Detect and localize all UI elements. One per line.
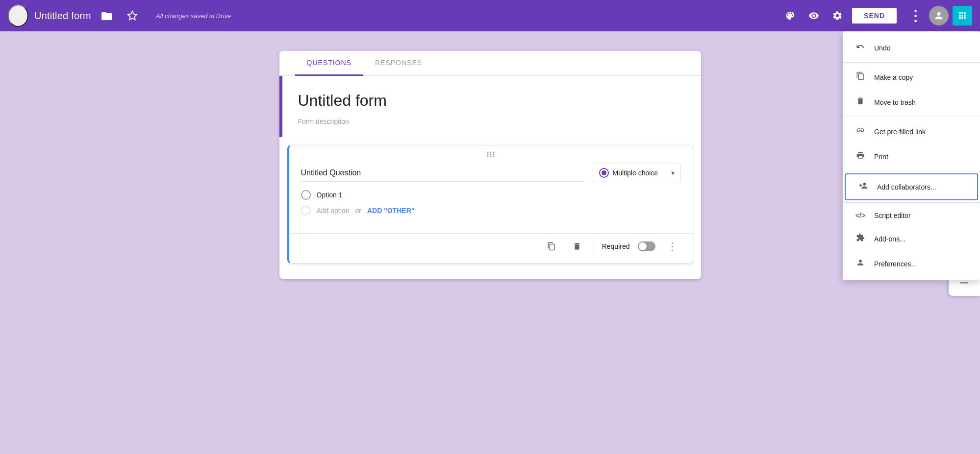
add-option-label[interactable]: Add option	[317, 207, 350, 215]
form-description: Form description	[298, 118, 685, 125]
drag-handle[interactable]	[289, 145, 693, 164]
saved-status: All changes saved in Drive	[156, 12, 231, 20]
mc-icon-inner	[602, 170, 606, 175]
chevron-down-icon: ▾	[671, 169, 675, 177]
add-option-or: or	[355, 207, 361, 215]
svg-point-7	[487, 156, 489, 157]
add-ons-label: Add-ons...	[874, 235, 905, 243]
multiple-choice-icon	[599, 168, 609, 178]
back-button[interactable]: ←	[8, 4, 28, 27]
app-header: ← Untitled form All changes saved in Dri…	[0, 0, 980, 31]
make-copy-label: Make a copy	[874, 73, 913, 81]
add-option-row: Add option or ADD "OTHER"	[301, 206, 681, 215]
menu-item-move-to-trash[interactable]: Move to trash	[843, 90, 980, 115]
menu-item-add-ons[interactable]: Add-ons...	[843, 226, 980, 251]
required-toggle[interactable]	[638, 241, 655, 251]
more-menu-button[interactable]: ⋮	[905, 6, 925, 25]
folder-button[interactable]	[97, 6, 117, 25]
undo-icon	[854, 42, 866, 53]
palette-button[interactable]	[780, 6, 800, 25]
svg-point-4	[487, 154, 489, 155]
star-button[interactable]	[123, 6, 142, 25]
form-tabs: QUESTIONS RESPONSES	[279, 51, 701, 76]
option-label-1: Option 1	[317, 191, 343, 199]
copy-icon	[854, 72, 866, 83]
question-more-button[interactable]: ⋮	[663, 238, 681, 255]
menu-item-preferences[interactable]: Preferences...	[843, 251, 980, 276]
option-row-1: Option 1	[301, 190, 681, 200]
form-title-header: Untitled form	[34, 10, 91, 22]
svg-point-1	[487, 152, 489, 153]
question-type-selector[interactable]: Multiple choice ▾	[593, 164, 681, 182]
svg-point-3	[493, 152, 495, 153]
question-body: Multiple choice ▾ Option 1 Add option or…	[289, 164, 693, 229]
delete-question-button[interactable]	[568, 238, 586, 255]
required-label: Required	[602, 242, 630, 250]
tab-responses[interactable]: RESPONSES	[363, 51, 434, 76]
settings-button[interactable]	[828, 6, 847, 25]
main-content: QUESTIONS RESPONSES Untitled form Form d…	[0, 31, 980, 454]
copy-question-button[interactable]	[543, 238, 560, 255]
form-header-section: Untitled form Form description	[279, 76, 701, 137]
question-title-input[interactable]	[301, 165, 585, 182]
menu-item-prefilled-link[interactable]: Get pre-filled link	[843, 119, 980, 144]
question-footer: Required ⋮	[289, 233, 693, 263]
radio-circle-add	[301, 206, 311, 215]
question-type-label: Multiple choice	[613, 169, 658, 177]
menu-item-undo[interactable]: Undo	[843, 35, 980, 60]
preferences-label: Preferences...	[874, 260, 917, 268]
menu-item-print[interactable]: Print	[843, 144, 980, 169]
print-icon	[854, 151, 866, 162]
svg-point-9	[493, 156, 495, 157]
print-label: Print	[874, 153, 888, 161]
questions-container: Multiple choice ▾ Option 1 Add option or…	[279, 145, 701, 279]
svg-point-6	[493, 154, 495, 155]
menu-item-make-copy[interactable]: Make a copy	[843, 65, 980, 90]
svg-marker-0	[128, 11, 137, 20]
google-apps-button[interactable]	[953, 6, 972, 25]
menu-divider-4	[843, 202, 980, 203]
form-card: QUESTIONS RESPONSES Untitled form Form d…	[279, 51, 701, 279]
menu-divider-1	[843, 62, 980, 63]
add-collaborators-label: Add collaborators...	[877, 183, 936, 191]
move-to-trash-label: Move to trash	[874, 98, 916, 106]
svg-point-2	[490, 152, 492, 153]
preview-button[interactable]	[804, 6, 824, 25]
menu-divider-2	[843, 117, 980, 117]
question-card: Multiple choice ▾ Option 1 Add option or…	[287, 145, 693, 263]
addons-icon	[854, 233, 866, 244]
avatar-button[interactable]	[929, 6, 949, 25]
script-editor-label: Script editor	[874, 212, 911, 219]
question-row: Multiple choice ▾	[301, 164, 681, 182]
trash-icon	[854, 96, 866, 108]
radio-circle-1	[301, 190, 311, 200]
header-left: ← Untitled form All changes saved in Dri…	[8, 4, 780, 27]
form-title: Untitled form	[298, 92, 685, 110]
svg-point-8	[490, 156, 492, 157]
dropdown-menu: Undo Make a copy Move to trash Get pre-f…	[843, 31, 980, 280]
add-other-link[interactable]: ADD "OTHER"	[367, 207, 415, 215]
collaborators-icon	[857, 181, 869, 192]
menu-item-add-collaborators[interactable]: Add collaborators...	[845, 173, 978, 200]
tab-questions[interactable]: QUESTIONS	[295, 51, 363, 76]
link-icon	[854, 126, 866, 137]
toggle-knob	[639, 242, 647, 250]
send-button[interactable]: SEND	[851, 7, 898, 24]
preferences-icon	[854, 258, 866, 269]
svg-point-5	[490, 154, 492, 155]
header-right: SEND ⋮	[780, 6, 972, 25]
script-icon: </>	[854, 212, 866, 219]
menu-divider-3	[843, 171, 980, 171]
undo-label: Undo	[874, 44, 890, 52]
prefilled-link-label: Get pre-filled link	[874, 128, 926, 136]
footer-divider	[594, 240, 594, 252]
menu-item-script-editor[interactable]: </> Script editor	[843, 205, 980, 226]
